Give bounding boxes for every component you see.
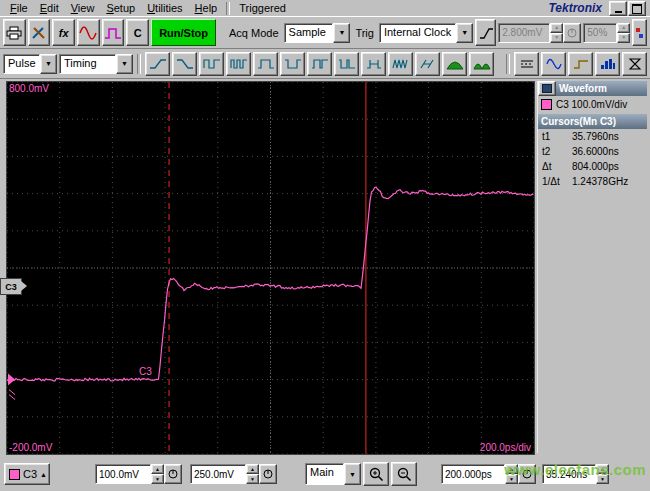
acq-mode-select[interactable]: Sample ▼ — [284, 23, 351, 43]
horizontal-scale-control: 200.000ps ▲ ▼ — [441, 464, 536, 484]
horizontal-position-spinner: ▲ ▼ — [596, 464, 609, 484]
chevron-down-icon: ▼ — [116, 54, 133, 74]
measure-frequency-button[interactable] — [226, 52, 251, 76]
vertical-scale-control: 100.0mV ▲ ▼ — [95, 464, 182, 484]
positive-duty-cycle-icon — [311, 58, 329, 70]
intensity-spinner: ▲ ▼ — [617, 23, 630, 43]
vertical-offset-knob-button[interactable] — [259, 464, 277, 484]
minimize-button[interactable] — [609, 1, 627, 16]
measure-negative-area-button[interactable] — [469, 52, 494, 76]
horizontal-scale-field[interactable]: 200.000ps — [441, 464, 505, 484]
formula-button[interactable]: fx — [52, 19, 75, 46]
trig-label: Trig — [352, 27, 377, 39]
waveform-button[interactable] — [77, 19, 100, 46]
menu-edit[interactable]: Edit — [34, 1, 65, 15]
measure-positive-duty-button[interactable] — [307, 52, 332, 76]
readout-name: Δt — [542, 161, 572, 172]
menu-view[interactable]: View — [65, 1, 101, 15]
trigger-level-field: 2.800mV — [498, 23, 550, 43]
spin-up-button[interactable]: ▲ — [596, 464, 609, 474]
period-icon — [203, 58, 221, 70]
horizontal-mode-select[interactable]: Main ▼ — [305, 463, 361, 485]
menu-help[interactable]: Help — [189, 1, 224, 15]
zoom-in-button[interactable] — [363, 462, 389, 486]
maximize-icon — [632, 4, 642, 14]
measure-negative-duty-button[interactable] — [334, 52, 359, 76]
toolbar-overflow-button[interactable] — [632, 19, 647, 46]
trigger-slope-button[interactable] — [475, 19, 496, 46]
run-stop-button[interactable]: Run/Stop — [151, 19, 216, 46]
intensity-field: 50% — [583, 23, 617, 43]
measure-gating-button[interactable] — [622, 52, 647, 76]
channel-position-marker[interactable]: C3 — [0, 278, 22, 295]
phase-icon — [419, 58, 437, 70]
maximize-button[interactable] — [628, 1, 646, 16]
measure-step-button[interactable] — [568, 52, 593, 76]
waveform-entry-label: C3 100.0mV/div — [556, 99, 627, 110]
spin-down-icon: ▼ — [550, 33, 563, 43]
bottom-scale-label: -200.0mV — [9, 442, 52, 453]
waveform-list-item[interactable]: C3 100.0mV/div — [538, 96, 647, 112]
spin-down-button[interactable]: ▼ — [596, 474, 609, 484]
readout-sidebar: Waveform C3 100.0mV/div Cursors(Mn C3) t… — [537, 81, 647, 453]
knob-icon — [263, 469, 273, 479]
measure-mean-button[interactable] — [514, 52, 539, 76]
tools-button[interactable] — [28, 19, 51, 46]
mean-icon — [519, 58, 535, 70]
tools-icon — [31, 26, 47, 40]
menu-setup[interactable]: Setup — [100, 1, 141, 15]
spin-down-button[interactable]: ▼ — [505, 474, 518, 484]
measure-burst-width-button[interactable] — [388, 52, 413, 76]
print-button[interactable] — [3, 19, 26, 46]
trigger-source-select[interactable]: Internal Clock ▼ — [379, 23, 473, 43]
spin-up-icon: ▲ — [550, 23, 563, 33]
sidebar-menu-button[interactable] — [538, 81, 556, 96]
graticule: 800.0mV -200.0mV 200.0ps/div C3 — [6, 81, 535, 455]
intensity-control: 50% ▲ ▼ — [583, 23, 630, 43]
trigger-status: Triggered — [233, 1, 292, 15]
measure-histogram-button[interactable] — [595, 52, 620, 76]
horizontal-scale-knob-button[interactable] — [518, 464, 536, 484]
menu-utilities[interactable]: Utilities — [141, 1, 188, 15]
zoom-out-button[interactable] — [391, 462, 417, 486]
pulse-icon — [104, 26, 122, 40]
horizontal-position-control: 35.240ns ▲ ▼ — [542, 464, 609, 484]
vertical-scale-field[interactable]: 100.0mV — [95, 464, 151, 484]
vertical-scale-knob-button[interactable] — [164, 464, 182, 484]
measure-fall-time-button[interactable] — [172, 52, 197, 76]
measure-delay-button[interactable] — [361, 52, 386, 76]
measure-category-select[interactable]: Pulse ▼ — [3, 54, 57, 74]
readout-name: t2 — [542, 146, 572, 157]
trigger-level-spinner: ▲ ▼ — [550, 23, 563, 43]
horizontal-position-field[interactable]: 35.240ns — [542, 464, 596, 484]
measure-period-button[interactable] — [199, 52, 224, 76]
menu-file[interactable]: File — [4, 1, 34, 15]
measure-ac-rms-button[interactable] — [541, 52, 566, 76]
measure-rise-time-button[interactable] — [145, 52, 170, 76]
vertical-offset-spinner: ▲ ▼ — [246, 464, 259, 484]
measure-phase-button[interactable] — [415, 52, 440, 76]
spin-up-button[interactable]: ▲ — [246, 464, 259, 474]
measure-type-select[interactable]: Timing ▼ — [59, 54, 133, 74]
spin-up-button[interactable]: ▲ — [151, 464, 164, 474]
spin-down-button[interactable]: ▼ — [246, 474, 259, 484]
channel-select-value: C3 — [23, 468, 37, 480]
measure-negative-width-button[interactable] — [280, 52, 305, 76]
vertical-offset-field[interactable]: 250.0mV — [190, 464, 246, 484]
channel-color-swatch — [9, 469, 20, 480]
pulse-button[interactable] — [102, 19, 125, 46]
spin-up-button[interactable]: ▲ — [505, 464, 518, 474]
c-button[interactable]: C — [126, 19, 149, 46]
more-tools-icon — [635, 27, 644, 39]
readout-value: 36.6000ns — [572, 146, 619, 157]
chevron-down-icon: ▼ — [333, 23, 350, 43]
measure-positive-area-button[interactable] — [442, 52, 467, 76]
measure-positive-width-button[interactable] — [253, 52, 278, 76]
spin-down-button[interactable]: ▼ — [151, 474, 164, 484]
positive-width-icon — [257, 58, 275, 70]
negative-area-icon — [473, 58, 491, 70]
toolbar-separator — [506, 54, 510, 74]
channel-select-button[interactable]: C3 ▲ — [4, 463, 50, 485]
cursors-header: Cursors(Mn C3) — [538, 114, 647, 129]
main-toolbar: fx C Run/Stop Acq Mode Sample ▼ Trig Int… — [0, 17, 650, 49]
